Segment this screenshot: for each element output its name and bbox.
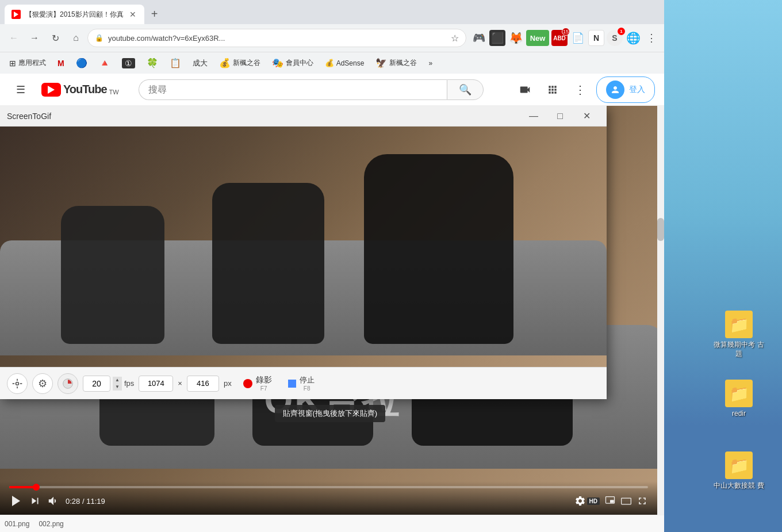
sign-in-button[interactable]: 登入 bbox=[596, 76, 655, 103]
scrollbar-thumb[interactable] bbox=[657, 218, 664, 241]
close-button[interactable]: ✕ bbox=[573, 106, 600, 127]
fps-input[interactable] bbox=[83, 376, 110, 392]
desktop-icon-2[interactable]: 📁 redir bbox=[713, 380, 765, 419]
bookmark-maplestory[interactable]: 💰 新楓之谷 bbox=[214, 55, 265, 71]
bookmark-clover[interactable]: 🍀 bbox=[142, 55, 163, 71]
bookmark-member[interactable]: 🎭 會員中心 bbox=[267, 55, 318, 71]
bookmark-bookmark[interactable]: 📋 bbox=[165, 55, 186, 71]
ext-adb-icon[interactable]: ABD 15 bbox=[551, 30, 568, 46]
settings-button[interactable]: ⚙ bbox=[32, 373, 53, 394]
bookmark-1[interactable]: ① bbox=[117, 56, 140, 71]
bookmark-star-icon[interactable]: ☆ bbox=[451, 33, 459, 44]
stop-button[interactable]: 停止 F8 bbox=[283, 372, 319, 395]
video-camera-icon bbox=[519, 83, 531, 96]
desktop-icon-label-3: 中山大數接競 費 bbox=[714, 481, 764, 491]
record-label: 錄影 bbox=[256, 375, 272, 385]
member-label: 會員中心 bbox=[286, 58, 313, 68]
fps-up-button[interactable]: ▲ bbox=[113, 377, 122, 384]
bookmark-gmail[interactable]: M bbox=[53, 56, 69, 70]
youtube-logo-text: YouTube bbox=[63, 83, 107, 96]
timer-button[interactable] bbox=[57, 373, 78, 394]
fps-label: fps bbox=[124, 379, 134, 388]
youtube-logo[interactable]: YouTube TW bbox=[41, 83, 119, 97]
bookmark-apps[interactable]: ⊞ 應用程式 bbox=[5, 56, 51, 70]
tab-title: 【狠愛演】2015影片回顧！你真 bbox=[25, 10, 124, 20]
folder-icon-2: 📁 bbox=[725, 380, 753, 407]
tab-bar: 【狠愛演】2015影片回顧！你真 ✕ + bbox=[0, 0, 664, 24]
youtube-favicon bbox=[12, 10, 21, 19]
width-input[interactable] bbox=[139, 376, 173, 392]
apps-button[interactable] bbox=[541, 78, 564, 101]
maximize-button[interactable]: □ bbox=[547, 106, 573, 127]
refresh-button[interactable]: ↻ bbox=[46, 29, 64, 47]
youtube-country-badge: TW bbox=[109, 89, 119, 95]
bookmark-adsense[interactable]: 💰 AdSense bbox=[320, 56, 369, 70]
next-button[interactable] bbox=[29, 495, 41, 507]
stop-label-area: 停止 F8 bbox=[300, 375, 315, 392]
bookmark-ncku[interactable]: 成大 bbox=[188, 56, 212, 71]
maple2-label: 新楓之谷 bbox=[389, 58, 417, 68]
ext-new-icon[interactable]: New bbox=[526, 30, 549, 46]
svg-rect-8 bbox=[610, 500, 614, 503]
theater-mode-button[interactable] bbox=[620, 495, 632, 507]
search-input[interactable] bbox=[139, 79, 447, 100]
fullscreen-icon bbox=[637, 495, 648, 507]
screentogif-title: ScreenToGif bbox=[7, 112, 520, 121]
page-scrollbar[interactable] bbox=[657, 106, 664, 515]
record-button[interactable]: 錄影 F7 bbox=[236, 372, 279, 395]
forward-button[interactable]: → bbox=[25, 29, 44, 47]
volume-button[interactable] bbox=[47, 495, 60, 507]
tab-close-button[interactable]: ✕ bbox=[128, 10, 137, 19]
bookmark-photos[interactable]: 🔵 bbox=[71, 55, 92, 71]
desktop-icon-3[interactable]: 📁 中山大數接競 費 bbox=[713, 451, 765, 491]
px-label: px bbox=[224, 379, 232, 388]
ext-globe-icon[interactable]: 🌐 bbox=[625, 30, 641, 46]
crosshair-button[interactable] bbox=[7, 373, 28, 394]
settings-with-hd[interactable]: HD bbox=[574, 495, 600, 507]
ext-game-icon[interactable]: 🎮 bbox=[471, 30, 487, 46]
record-dot-icon bbox=[243, 379, 252, 388]
progress-bar[interactable] bbox=[9, 486, 648, 488]
home-button[interactable]: ⌂ bbox=[67, 29, 85, 47]
search-button[interactable]: 🔍 bbox=[447, 79, 484, 100]
settings-gear-icon bbox=[574, 495, 586, 507]
play-button[interactable] bbox=[9, 494, 23, 508]
ext-fox-icon[interactable]: 🦊 bbox=[508, 30, 524, 46]
ext-notion-icon[interactable]: N bbox=[588, 30, 604, 46]
height-input[interactable] bbox=[187, 376, 219, 392]
s-badge: 1 bbox=[618, 28, 625, 35]
ext-qr-icon[interactable]: ⬛ bbox=[489, 30, 505, 46]
bookmark-more[interactable]: » bbox=[424, 57, 437, 70]
search-area: 🔍 bbox=[139, 79, 484, 100]
crosshair-icon bbox=[12, 378, 23, 389]
active-tab[interactable]: 【狠愛演】2015影片回顧！你真 ✕ bbox=[5, 5, 144, 24]
progress-indicator bbox=[33, 484, 40, 491]
fullscreen-button[interactable] bbox=[637, 495, 648, 507]
desktop-icon-label-2: redir bbox=[732, 409, 746, 419]
address-bar[interactable]: 🔒 youtube.com/watch?v=6xEyx63R... ☆ bbox=[87, 29, 466, 47]
right-controls: HD bbox=[574, 495, 648, 507]
desktop-icon-1[interactable]: 📁 微算幾期中考 古題 bbox=[713, 311, 765, 358]
hamburger-menu-button[interactable]: ☰ bbox=[9, 78, 32, 101]
ext-pdf-icon[interactable]: 📄 bbox=[570, 30, 586, 46]
bookmark-drive[interactable]: 🔺 bbox=[94, 55, 115, 71]
create-video-button[interactable] bbox=[513, 78, 536, 101]
minimize-button[interactable]: — bbox=[520, 106, 547, 127]
screentogif-window: ScreenToGif — □ ✕ bbox=[0, 106, 607, 399]
b1-icon: ① bbox=[122, 58, 135, 68]
bookmark-apps-label: 應用程式 bbox=[18, 58, 46, 68]
fps-down-button[interactable]: ▼ bbox=[113, 384, 122, 391]
more-options-button[interactable]: ⋮ bbox=[569, 78, 592, 101]
ext-more-button[interactable]: ⋮ bbox=[643, 30, 660, 46]
clover-icon: 🍀 bbox=[147, 58, 158, 68]
grid-icon bbox=[547, 84, 558, 95]
folder-icon-1: 📁 bbox=[725, 311, 753, 338]
bookmark-eagle[interactable]: 🦅 新楓之谷 bbox=[371, 55, 421, 71]
stg-person-left bbox=[61, 206, 164, 344]
screentogif-content bbox=[0, 127, 607, 367]
miniplayer-button[interactable] bbox=[604, 495, 616, 507]
ext-s-icon[interactable]: S 1 bbox=[607, 30, 623, 46]
video-controls-overlay: 0:28 / 11:19 HD bbox=[0, 481, 657, 515]
back-button[interactable]: ← bbox=[5, 29, 23, 47]
new-tab-button[interactable]: + bbox=[147, 6, 163, 22]
